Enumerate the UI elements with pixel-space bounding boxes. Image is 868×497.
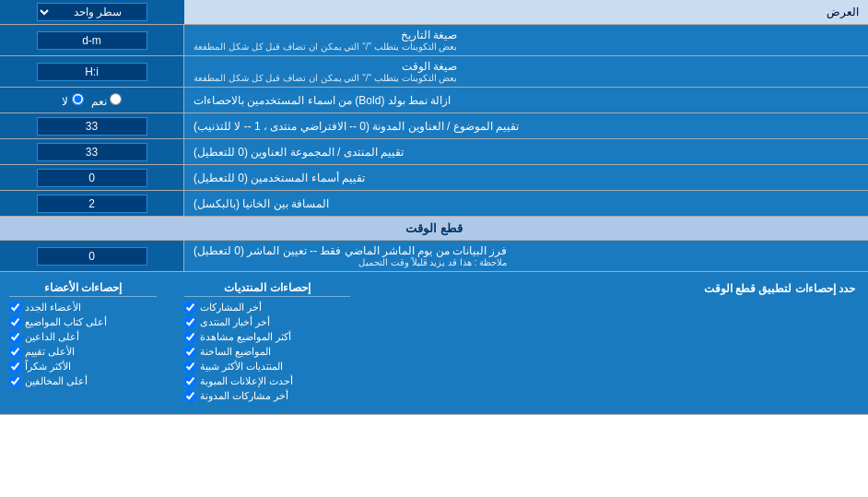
display-select-wrapper: سطر واحد سطرين ثلاثة أسطر (0, 0, 184, 24)
stats-mem-check-1[interactable] (9, 302, 21, 314)
spacing-label: المسافة بين الخانيا (بالبكسل) (184, 191, 868, 216)
cutoff-input[interactable] (37, 247, 147, 266)
forum-order-row: تقييم المنتدى / المجموعة العناوين (0 للت… (0, 139, 868, 165)
stats-item-2: أخر أخبار المنتدى (184, 316, 350, 328)
stats-item-7: أخر مشاركات المدونة (184, 390, 350, 402)
topics-order-input-wrapper (0, 113, 184, 138)
stats-columns: إحصاءات المنتديات أخر المشاركات أخر أخبا… (0, 278, 359, 408)
stats-mem-check-3[interactable] (9, 331, 21, 343)
stats-mem-check-2[interactable] (9, 316, 21, 328)
stats-mem-item-4: الأعلى تقييم (9, 346, 157, 358)
stats-mem-item-6: أعلى المخالفين (9, 375, 157, 387)
cutoff-header: قطع الوقت (0, 217, 868, 241)
spacing-input-wrapper (0, 191, 184, 216)
spacing-input[interactable] (37, 195, 147, 213)
date-format-input-wrapper (0, 25, 184, 55)
time-format-input-wrapper (0, 56, 184, 87)
bold-no-radio[interactable] (72, 93, 84, 105)
cutoff-row: فرز البيانات من يوم الماشر الماضي فقط --… (0, 241, 868, 272)
stats-check-6[interactable] (184, 375, 196, 387)
topics-order-input[interactable] (37, 117, 147, 136)
bold-remove-row: ازالة نمط بولد (Bold) من اسماء المستخدمي… (0, 88, 868, 113)
stats-check-2[interactable] (184, 316, 196, 328)
date-format-input[interactable] (37, 31, 147, 50)
stats-mem-check-4[interactable] (9, 346, 21, 358)
main-container: العرض سطر واحد سطرين ثلاثة أسطر صيغة الت… (0, 0, 868, 415)
stats-mem-item-2: أعلى كتاب المواضيع (9, 316, 157, 328)
display-label: العرض (184, 2, 868, 22)
topics-order-row: تقييم الموضوع / العناوين المدونة (0 -- ا… (0, 113, 868, 139)
stats-mem-item-5: الأكثر شكراً (9, 361, 157, 373)
cutoff-input-wrapper (0, 241, 184, 271)
cutoff-label: فرز البيانات من يوم الماشر الماضي فقط --… (184, 241, 868, 271)
time-format-input[interactable] (37, 63, 147, 81)
stats-check-1[interactable] (184, 302, 196, 314)
date-format-label: صيغة التاريخ بعض التكوينات يتطلب "/" الت… (184, 25, 868, 55)
stats-item-1: أخر المشاركات (184, 302, 350, 314)
stats-col1-header: إحصاءات المنتديات (184, 281, 350, 297)
bold-remove-label: ازالة نمط بولد (Bold) من اسماء المستخدمي… (184, 88, 868, 112)
time-format-row: صيغة الوقت بعض التكوينات يتطلب "/" التي … (0, 56, 868, 88)
stats-col-forums: إحصاءات المنتديات أخر المشاركات أخر أخبا… (184, 281, 350, 405)
stats-item-4: المواضيع الساخنة (184, 346, 350, 358)
stats-section: حدد إحصاءات لتطبيق قطع الوقت إحصاءات الم… (0, 272, 868, 415)
bold-remove-input-wrapper: نعم لا (0, 88, 184, 112)
time-format-label: صيغة الوقت بعض التكوينات يتطلب "/" التي … (184, 56, 868, 87)
stats-mem-check-6[interactable] (9, 375, 21, 387)
forum-order-label: تقييم المنتدى / المجموعة العناوين (0 للت… (184, 139, 868, 164)
forum-order-input[interactable] (37, 143, 147, 161)
bold-yes-label: نعم (91, 93, 122, 108)
stats-check-7[interactable] (184, 390, 196, 402)
spacing-row: المسافة بين الخانيا (بالبكسل) (0, 191, 868, 217)
stats-item-3: أكثر المواضيع مشاهدة (184, 331, 350, 343)
bold-yes-radio[interactable] (110, 93, 122, 105)
stats-mem-item-1: الأعضاء الجدد (9, 302, 157, 314)
stats-item-6: أحدث الإعلانات المبوبة (184, 375, 350, 387)
users-order-input-wrapper (0, 165, 184, 190)
users-order-label: تقييم أسماء المستخدمين (0 للتعطيل) (184, 165, 868, 190)
stats-check-4[interactable] (184, 346, 196, 358)
users-order-input[interactable] (37, 169, 147, 187)
bold-no-label: لا (62, 93, 83, 108)
stats-check-3[interactable] (184, 331, 196, 343)
stats-item-5: المنتديات الأكثر شبية (184, 361, 350, 373)
display-row: العرض سطر واحد سطرين ثلاثة أسطر (0, 0, 868, 25)
stats-mem-check-5[interactable] (9, 361, 21, 373)
forum-order-input-wrapper (0, 139, 184, 164)
topics-order-label: تقييم الموضوع / العناوين المدونة (0 -- ا… (184, 113, 868, 138)
date-format-row: صيغة التاريخ بعض التكوينات يتطلب "/" الت… (0, 25, 868, 56)
users-order-row: تقييم أسماء المستخدمين (0 للتعطيل) (0, 165, 868, 191)
display-select[interactable]: سطر واحد سطرين ثلاثة أسطر (37, 3, 147, 21)
stats-col2-header: إحصاءات الأعضاء (9, 281, 157, 297)
stats-inner: حدد إحصاءات لتطبيق قطع الوقت إحصاءات الم… (0, 278, 868, 408)
stats-mem-item-3: أعلى الداعين (9, 331, 157, 343)
stats-col-members: إحصاءات الأعضاء الأعضاء الجدد أعلى كتاب … (9, 281, 157, 405)
stats-apply-label: حدد إحصاءات لتطبيق قطع الوقت (359, 278, 868, 300)
bold-radio-group: نعم لا (62, 93, 122, 108)
stats-check-5[interactable] (184, 361, 196, 373)
